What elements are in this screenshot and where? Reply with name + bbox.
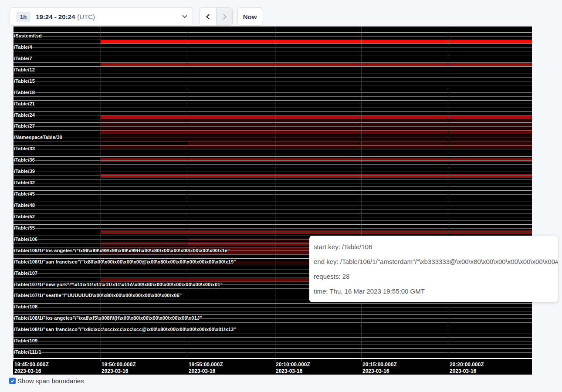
key-range-label: /Table/7 — [14, 56, 32, 61]
time-gridline — [101, 26, 101, 358]
span-boundary-line — [13, 341, 532, 341]
axis-time-label: 20:20:00.000Z2023-03-16 — [450, 362, 484, 375]
span-boundary-line — [13, 130, 532, 131]
axis-time-label: 19:45:00.000Z2023-03-16 — [14, 362, 49, 375]
span-boundary-line — [13, 172, 532, 172]
time-gridline — [188, 26, 188, 358]
tooltip-requests: requests: 28 — [314, 269, 553, 284]
key-range-label: /Table/24 — [14, 112, 35, 118]
span-boundary-line — [13, 40, 532, 40]
span-boundary-line — [13, 149, 532, 149]
key-range-label: /Table/106/1/"los angeles"/"\x99\x99\x99… — [14, 248, 230, 253]
show-span-boundaries-control[interactable]: Show span boundaries — [9, 377, 84, 385]
toolbar: 1h 19:24 - 20:24 (UTC) Now — [0, 0, 562, 26]
key-range-label: /Table/45 — [14, 191, 35, 196]
key-range-label: /Table/106 — [14, 237, 37, 242]
range-duration-badge: 1h — [16, 12, 30, 22]
key-range-label: /Table/108/1/"san francisco"/"\x8c\xcc\x… — [14, 327, 236, 332]
span-boundary-line — [13, 232, 532, 232]
time-gridline — [362, 26, 362, 358]
span-boundary-line — [13, 307, 532, 308]
key-range-label: /NamespaceTable/30 — [14, 135, 62, 140]
key-range-label: /Table/111/1 — [14, 349, 41, 355]
key-range-label: /Table/36 — [14, 157, 35, 162]
span-boundary-line — [13, 81, 532, 81]
span-boundary-line — [13, 66, 532, 67]
chevron-right-icon — [221, 14, 227, 20]
key-range-label: /Table/55 — [14, 225, 35, 230]
span-boundary-line — [13, 108, 532, 108]
span-boundary-line — [13, 311, 532, 311]
span-boundary-line — [13, 126, 532, 127]
span-boundary-line — [13, 228, 532, 229]
span-boundary-line — [13, 78, 532, 78]
span-boundary-line — [13, 74, 532, 74]
span-boundary-line — [13, 51, 532, 51]
axis-tick — [188, 359, 188, 361]
span-boundary-line — [13, 138, 532, 138]
span-boundary-line — [13, 322, 532, 323]
key-range-label: /Table/39 — [14, 169, 35, 174]
show-span-boundaries-label: Show span boundaries — [17, 377, 84, 385]
range-utc-suffix: (UTC) — [77, 13, 95, 20]
key-range-label: /Table/15 — [14, 78, 35, 84]
span-boundary-line — [13, 85, 532, 85]
span-boundary-line — [13, 59, 532, 59]
span-boundary-line — [13, 115, 532, 115]
axis-time-label: 20:15:00.000Z2023-03-16 — [362, 362, 397, 375]
span-boundary-line — [13, 345, 532, 345]
span-boundary-line — [13, 186, 532, 187]
span-boundary-line — [13, 26, 532, 27]
span-boundary-line — [13, 220, 532, 221]
now-button[interactable]: Now — [237, 7, 262, 26]
canvas-left-edge — [13, 26, 14, 358]
key-range-label: /Table/52 — [14, 214, 35, 219]
key-range-label: /Table/48 — [14, 203, 35, 208]
span-boundary-line — [13, 179, 532, 179]
axis-tick — [449, 359, 449, 361]
key-range-label: /Table/108 — [14, 304, 37, 309]
chevron-left-icon — [206, 14, 212, 20]
span-boundary-line — [13, 198, 532, 198]
span-boundary-line — [13, 164, 532, 165]
key-range-label: /Table/12 — [14, 67, 35, 72]
heatmap-band — [101, 40, 532, 44]
span-boundary-line — [13, 348, 532, 349]
span-boundary-line — [13, 32, 532, 33]
span-boundary-line — [13, 202, 532, 202]
span-boundary-line — [13, 183, 532, 183]
span-boundary-line — [13, 96, 532, 97]
key-range-label: /Table/106/1/"san francisco"/"\x80\x00\x… — [14, 259, 236, 264]
show-span-boundaries-checkbox[interactable] — [9, 378, 16, 384]
span-boundary-line — [13, 44, 532, 44]
span-boundary-line — [13, 194, 532, 195]
prev-range-button[interactable] — [200, 8, 216, 25]
heatmap-band — [101, 127, 532, 130]
span-boundary-line — [13, 356, 532, 356]
span-boundary-line — [13, 47, 532, 48]
chevron-down-icon — [182, 13, 187, 18]
next-range-button[interactable] — [216, 8, 232, 25]
time-gridline — [275, 26, 275, 358]
span-boundary-line — [13, 112, 532, 112]
key-range-label: /System/tsd — [14, 33, 42, 38]
time-range-dropdown[interactable]: 1h 19:24 - 20:24 (UTC) — [10, 7, 193, 26]
span-boundary-line — [13, 303, 532, 304]
span-boundary-line — [13, 145, 532, 145]
axis-tick — [275, 359, 275, 361]
heatmap-band — [101, 145, 532, 149]
span-boundary-line — [13, 168, 532, 168]
time-nav-group — [200, 7, 233, 26]
span-boundary-line — [13, 36, 532, 37]
key-range-label: /Table/33 — [14, 146, 35, 151]
range-label: 19:24 - 20:24 — [36, 13, 75, 20]
span-boundary-line — [13, 209, 532, 210]
span-boundary-line — [13, 213, 532, 213]
heatmap-tooltip: start key: /Table/106 end key: /Table/10… — [309, 236, 558, 302]
heatmap-band — [101, 174, 532, 178]
axis-time-label: 20:10:00.000Z2023-03-16 — [276, 362, 310, 375]
key-range-label: /Table/4 — [14, 44, 32, 50]
span-boundary-line — [13, 190, 532, 191]
span-boundary-line — [13, 156, 532, 157]
keyspace-heatmap-canvas[interactable]: /System/tsd/Table/4/Table/7/Table/12/Tab… — [13, 26, 532, 375]
